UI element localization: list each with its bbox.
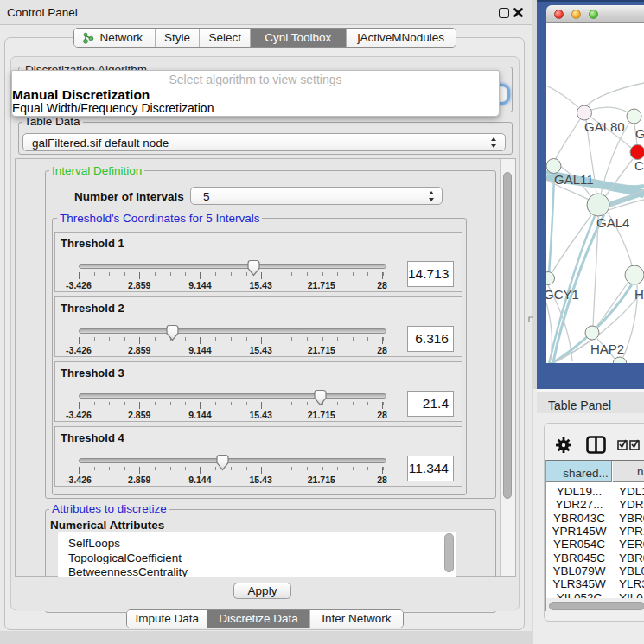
- svg-text:GAL80: GAL80: [584, 119, 625, 134]
- svg-text:GAL11: GAL11: [554, 172, 594, 187]
- svg-text:GAL4: GAL4: [596, 215, 629, 230]
- svg-text:GCY1: GCY1: [546, 287, 579, 302]
- svg-text:HA: HA: [634, 287, 644, 302]
- svg-text:HAP2: HAP2: [590, 341, 624, 356]
- svg-text:CY: CY: [634, 158, 644, 173]
- svg-text:GA: GA: [635, 126, 644, 141]
